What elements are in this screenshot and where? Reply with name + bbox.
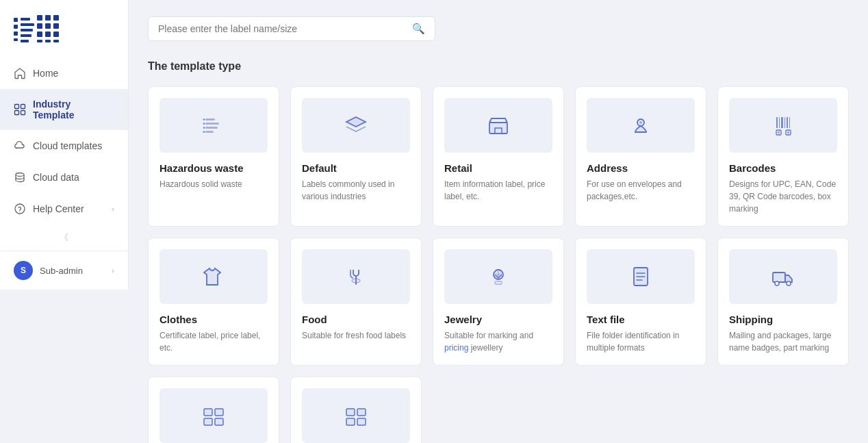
svg-rect-60 bbox=[357, 409, 366, 416]
card-title-barcodes: Barcodes bbox=[729, 162, 837, 174]
truck-icon bbox=[771, 264, 795, 289]
svg-point-26 bbox=[15, 204, 25, 214]
svg-rect-13 bbox=[45, 23, 51, 29]
list-icon bbox=[201, 113, 226, 138]
svg-rect-16 bbox=[45, 31, 51, 37]
svg-rect-5 bbox=[21, 23, 34, 26]
card-icon-area-food bbox=[302, 249, 410, 304]
template-card-retail[interactable]: Retail Item information label, price lab… bbox=[433, 86, 564, 227]
svg-rect-22 bbox=[15, 111, 19, 115]
list2-icon-caution bbox=[344, 403, 368, 428]
card-icon-area-default bbox=[302, 98, 410, 153]
svg-rect-58 bbox=[215, 418, 223, 425]
svg-rect-62 bbox=[357, 418, 366, 425]
card-desc-default: Labels commonly used in various industri… bbox=[302, 178, 410, 203]
card-desc-retail: Item information label, price label, etc… bbox=[444, 178, 552, 203]
template-card-shipping[interactable]: Shipping Mailing and packages, large nam… bbox=[717, 238, 849, 366]
template-card-address[interactable]: Address For use on envelopes and package… bbox=[575, 86, 706, 227]
main-content: 🔍 The template type Hazardous waste bbox=[129, 0, 868, 443]
svg-point-38 bbox=[639, 121, 642, 124]
svg-rect-29 bbox=[205, 123, 219, 125]
jewelry-icon bbox=[486, 264, 511, 289]
svg-rect-39 bbox=[776, 117, 778, 128]
svg-rect-40 bbox=[779, 117, 780, 128]
svg-rect-17 bbox=[53, 31, 59, 37]
sidebar-item-cloud-data[interactable]: Cloud data bbox=[0, 162, 128, 193]
svg-rect-59 bbox=[346, 409, 355, 416]
sidebar-item-home-label: Home bbox=[33, 68, 58, 79]
sidebar-item-industry-template-label: Industry Template bbox=[33, 99, 114, 121]
sidebar-item-cloud-templates-label: Cloud templates bbox=[33, 140, 102, 151]
pricing-link[interactable]: pricing bbox=[444, 343, 468, 353]
sidebar-item-home[interactable]: Home bbox=[0, 58, 128, 89]
svg-rect-12 bbox=[37, 23, 42, 29]
layers-icon bbox=[344, 113, 368, 138]
sidebar-user[interactable]: S Sub-admin › bbox=[0, 251, 128, 290]
sidebar-item-help-center[interactable]: Help Center › bbox=[0, 193, 128, 225]
svg-point-32 bbox=[203, 118, 205, 121]
svg-point-49 bbox=[352, 279, 360, 283]
list2-icon-others bbox=[201, 403, 226, 428]
template-card-clothes[interactable]: Clothes Certificate label, price label, … bbox=[148, 238, 279, 366]
svg-rect-1 bbox=[14, 25, 18, 29]
tshirt-icon bbox=[201, 264, 226, 289]
help-chevron-icon: › bbox=[112, 205, 114, 213]
card-body-barcodes: Barcodes Designs for UPC, EAN, Code 39, … bbox=[718, 153, 848, 226]
svg-rect-8 bbox=[21, 40, 29, 42]
svg-rect-9 bbox=[37, 15, 42, 21]
template-card-default[interactable]: Default Labels commonly used in various … bbox=[290, 86, 422, 227]
template-card-hazardous-waste[interactable]: Hazardous waste Hazardous solid waste bbox=[148, 86, 279, 227]
svg-rect-52 bbox=[773, 273, 785, 282]
data-icon bbox=[14, 171, 26, 183]
card-title-shipping: Shipping bbox=[729, 314, 837, 325]
sidebar-nav: Home Industry Template bbox=[0, 58, 128, 225]
svg-rect-24 bbox=[21, 111, 25, 115]
svg-rect-15 bbox=[37, 31, 42, 37]
svg-point-35 bbox=[203, 131, 205, 133]
card-body-food: Food Suitable for fresh food labels bbox=[291, 304, 421, 353]
svg-rect-11 bbox=[53, 15, 59, 21]
card-icon-area-jewelry bbox=[444, 249, 552, 304]
card-desc-food: Suitable for fresh food labels bbox=[302, 329, 410, 342]
sidebar-item-cloud-data-label: Cloud data bbox=[33, 172, 79, 183]
store-icon bbox=[486, 113, 511, 138]
search-input[interactable] bbox=[158, 23, 407, 34]
svg-rect-7 bbox=[21, 34, 31, 37]
card-body-address: Address For use on envelopes and package… bbox=[576, 153, 706, 214]
template-card-food[interactable]: Food Suitable for fresh food labels bbox=[290, 238, 422, 366]
card-desc-shipping: Mailing and packages, large name badges,… bbox=[729, 329, 837, 354]
svg-point-34 bbox=[203, 127, 205, 129]
card-desc-address: For use on envelopes and packages,etc. bbox=[587, 178, 695, 203]
card-icon-area-address bbox=[587, 98, 695, 153]
svg-rect-21 bbox=[15, 105, 19, 109]
template-card-jewelry[interactable]: Jewelry Suitable for marking and pricing… bbox=[433, 238, 564, 366]
card-icon-area-text-file bbox=[587, 249, 695, 304]
template-card-others[interactable]: Others bbox=[148, 377, 279, 443]
user-chevron-icon: › bbox=[112, 266, 114, 275]
sidebar-item-cloud-templates[interactable]: Cloud templates bbox=[0, 130, 128, 162]
sidebar-item-industry-template[interactable]: Industry Template bbox=[0, 89, 128, 130]
sidebar-collapse-button[interactable]: 《 bbox=[0, 225, 128, 251]
card-title-food: Food bbox=[302, 314, 410, 325]
card-title-jewelry: Jewelry bbox=[444, 314, 552, 325]
svg-rect-14 bbox=[53, 23, 59, 29]
search-bar[interactable]: 🔍 bbox=[148, 16, 435, 41]
template-card-caution[interactable]: CAUTION bbox=[290, 377, 422, 443]
svg-point-33 bbox=[203, 123, 205, 125]
location-icon bbox=[628, 113, 653, 138]
card-body-shipping: Shipping Mailing and packages, large nam… bbox=[718, 304, 848, 365]
sidebar: Home Industry Template bbox=[0, 0, 129, 443]
svg-rect-28 bbox=[205, 118, 215, 121]
svg-rect-55 bbox=[204, 409, 212, 416]
svg-rect-44 bbox=[789, 117, 790, 128]
template-card-text-file[interactable]: Text file File folder identification in … bbox=[575, 238, 706, 366]
template-card-barcodes[interactable]: Barcodes Designs for UPC, EAN, Code 39, … bbox=[717, 86, 849, 227]
card-icon-area-shipping bbox=[729, 249, 837, 304]
help-icon bbox=[14, 203, 26, 215]
svg-rect-61 bbox=[346, 418, 355, 425]
sidebar-item-help-center-label: Help Center bbox=[33, 203, 84, 214]
svg-point-53 bbox=[775, 281, 779, 286]
card-icon-area-hazardous bbox=[159, 98, 268, 153]
card-title-address: Address bbox=[587, 162, 695, 174]
svg-rect-57 bbox=[204, 418, 212, 425]
